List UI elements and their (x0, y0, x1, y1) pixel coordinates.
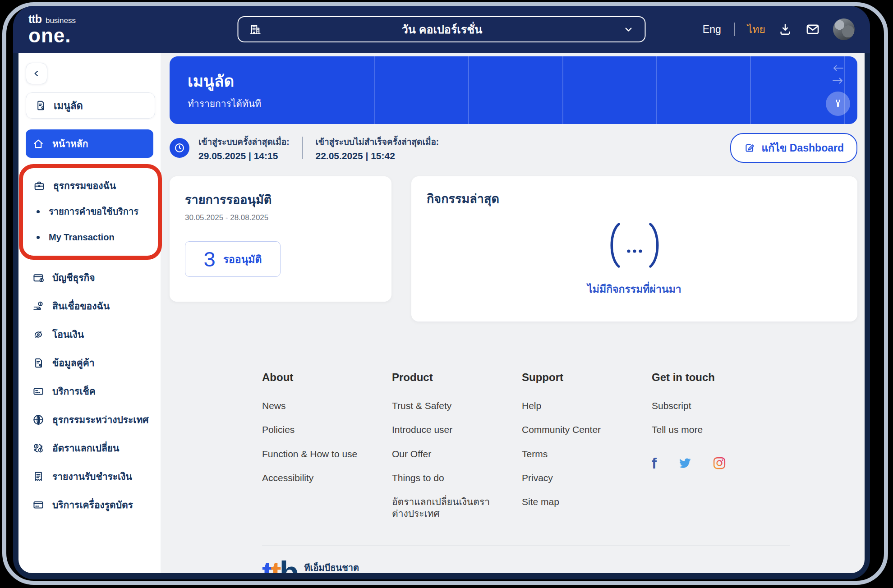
footer-column-title: About (262, 371, 392, 384)
sidebar-item-label: ธุรกรรมของฉัน (53, 178, 116, 193)
edit-icon (744, 142, 755, 154)
bullet-icon (37, 210, 40, 213)
footer-column-support: Support Help Community Center Terms Priv… (522, 371, 652, 532)
app-logo: ttb business one. (28, 14, 76, 46)
sidebar-item-partner-info[interactable]: ข้อมูลคู่ค้า (26, 349, 155, 377)
company-name: วัน คอเปอร์เรชั่น (262, 20, 622, 38)
footer-link[interactable]: Accessibility (262, 472, 376, 484)
sidebar-item-shortcut-menu[interactable]: เมนูลัด (26, 92, 155, 119)
failed-login-value: 22.05.2025 | 15:42 (315, 151, 439, 161)
clock-icon (170, 138, 189, 158)
bullet-icon (37, 236, 40, 239)
sidebar: เมนูลัด หน้าหลัก (18, 53, 161, 573)
logo-letter-t2: t (271, 555, 279, 573)
logo-one-text: one. (28, 26, 76, 46)
edit-dashboard-label: แก้ไข Dashboard (761, 140, 844, 156)
avatar[interactable] (833, 18, 855, 40)
topbar: ttb business one. วัน คอเปอร์เรชั่น Eng … (13, 6, 870, 53)
sidebar-subitem-my-transaction[interactable]: My Transaction (28, 225, 156, 249)
card-machine-icon (32, 499, 45, 511)
sidebar-item-label: เมนูลัด (54, 98, 83, 114)
footer-link[interactable]: Community Center (522, 424, 635, 436)
sidebar-item-home[interactable]: หน้าหลัก (26, 129, 153, 158)
footer-column-title: Support (522, 371, 652, 384)
loan-icon (32, 300, 45, 312)
company-selector-dropdown[interactable]: วัน คอเปอร์เรชั่น (238, 16, 646, 42)
footer-link[interactable]: อัตราแลกเปลี่ยนเงินตราต่างประเทศ (392, 496, 506, 520)
sidebar-item-transfer-money[interactable]: โอนเงิน (26, 320, 155, 349)
sidebar-item-label: บัญชีธุรกิจ (52, 270, 95, 285)
sidebar-item-card-machine-services[interactable]: บริการเครื่องรูดบัตร (26, 491, 155, 519)
footer-link[interactable]: Help (522, 400, 635, 412)
footer-link[interactable]: Privacy (522, 472, 635, 484)
body-row: เมนูลัด หน้าหลัก (13, 53, 870, 579)
footer-link[interactable]: News (262, 400, 376, 412)
receipt-icon (32, 470, 45, 483)
lang-eng-button[interactable]: Eng (703, 23, 721, 36)
ttb-footer-logo: ttb ทีเอ็มบีธนชาต TMBThanachart (262, 560, 359, 573)
sidebar-item-label: บริการเช็ค (52, 384, 96, 399)
transfer-icon (32, 328, 45, 341)
instagram-icon[interactable] (713, 456, 726, 470)
sidebar-item-business-accounts[interactable]: บัญชีธุรกิจ (26, 263, 155, 292)
footer-link[interactable]: Policies (262, 424, 376, 436)
main-content: เมนูลัด ทำรายการได้ทันที (161, 53, 865, 573)
sidebar-item-label: ธุรกรรมระหว่างประเทศ (52, 412, 149, 427)
sidebar-item-label: โอนเงิน (52, 327, 84, 342)
twitter-icon[interactable] (677, 456, 692, 470)
building-icon (249, 23, 262, 36)
briefcase-icon (33, 179, 46, 192)
sidebar-item-payment-reports[interactable]: รายงานรับชำระเงิน (26, 462, 155, 491)
footer-link[interactable]: Subscript (652, 400, 765, 412)
shortcut-banner: เมนูลัด ทำรายการได้ทันที (170, 56, 857, 124)
activity-empty-text: ไม่มีกิจกรรมที่ผ่านมา (587, 281, 681, 297)
footer-link[interactable]: Function & How to use (262, 448, 376, 460)
footer-link[interactable]: Tell us more (652, 424, 765, 436)
wrench-icon[interactable] (826, 92, 850, 116)
recent-activity-card: กิจกรรมล่าสุด ไม่มีกิจกรรมที่ผ่านมา (411, 176, 857, 322)
logo-letter-b: b (280, 555, 297, 573)
sidebar-item-label: ข้อมูลคู่ค้า (52, 355, 95, 370)
banner-subtitle: ทำรายการได้ทันที (170, 93, 857, 111)
footer-link[interactable]: Our Offer (392, 448, 506, 460)
facebook-icon[interactable]: f (652, 456, 657, 471)
edit-dashboard-button[interactable]: แก้ไข Dashboard (730, 133, 857, 163)
right-arrow-icon[interactable] (831, 75, 845, 86)
pending-card-title: รายการรออนุมัติ (185, 190, 376, 209)
logo-letter-t1: t (262, 555, 271, 573)
sidebar-item-my-loans[interactable]: สินเชื่อของฉัน (26, 292, 155, 320)
footer-column-about: About News Policies Function & How to us… (262, 371, 392, 532)
lang-divider (734, 23, 735, 36)
sidebar-item-international-transactions[interactable]: ธุรกรรมระหว่างประเทศ (26, 405, 155, 434)
sidebar-item-my-transactions-group[interactable]: ธุรกรรมของฉัน (28, 174, 156, 198)
banner-divider (656, 56, 657, 124)
app-window: ttb business one. วัน คอเปอร์เรชั่น Eng … (13, 6, 870, 579)
sidebar-item-exchange-rates[interactable]: อัตราแลกเปลี่ยน (26, 434, 155, 462)
brackets-empty-icon (601, 220, 668, 270)
failed-login-label: เข้าสู่ระบบไม่สำเร็จครั้งล่าสุดเมื่อ: (315, 135, 439, 148)
footer-link[interactable]: Site map (522, 496, 635, 508)
footer: About News Policies Function & How to us… (262, 371, 790, 573)
sidebar-item-label: หน้าหลัก (52, 136, 88, 151)
pending-count-button[interactable]: 3 รออนุมัติ (185, 241, 281, 277)
left-arrow-icon[interactable] (831, 63, 845, 74)
footer-link[interactable]: Things to do (392, 472, 506, 484)
footer-link[interactable]: Trust & Safety (392, 400, 506, 412)
footer-column-title: Product (392, 371, 522, 384)
mail-icon[interactable] (805, 22, 820, 37)
logo-business-text: business (46, 17, 76, 24)
footer-link[interactable]: Introduce user (392, 424, 506, 436)
sidebar-collapse-button[interactable] (26, 63, 47, 84)
pending-approvals-card: รายการรออนุมัติ 30.05.2025 - 28.08.2025 … (170, 176, 391, 302)
download-icon[interactable] (778, 22, 792, 37)
sidebar-item-label: สินเชื่อของฉัน (52, 299, 110, 313)
sidebar-subitem-service-requests[interactable]: รายการคำขอใช้บริการ (28, 198, 156, 225)
globe-icon (32, 413, 45, 426)
banner-divider (374, 56, 375, 124)
footer-column-product: Product Trust & Safety Introduce user Ou… (392, 371, 522, 532)
cards-row: รายการรออนุมัติ 30.05.2025 - 28.08.2025 … (170, 176, 857, 322)
sidebar-item-cheque-services[interactable]: บริการเช็ค (26, 377, 155, 405)
lang-thai-button[interactable]: ไทย (747, 21, 765, 37)
footer-link[interactable]: Terms (522, 448, 635, 460)
logo-caption-thai: ทีเอ็มบีธนชาต (304, 560, 359, 573)
